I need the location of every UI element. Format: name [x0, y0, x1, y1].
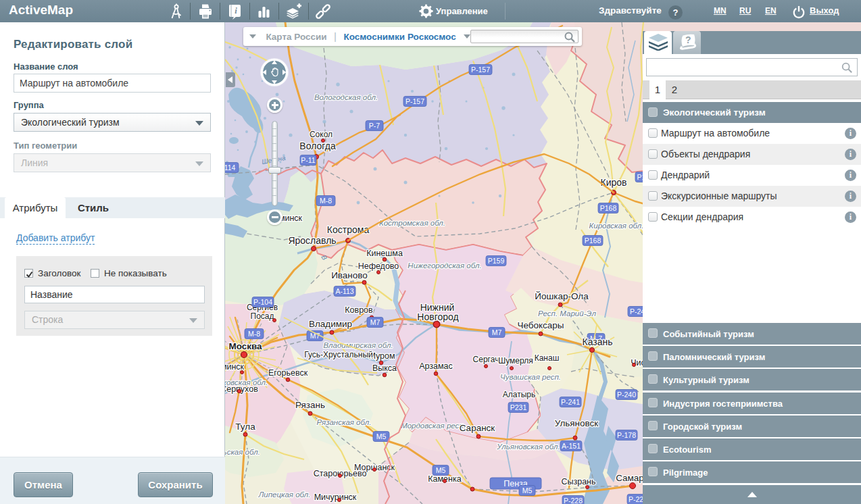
svg-text:М7: М7 — [370, 318, 380, 326]
svg-text:Канаш: Канаш — [535, 353, 560, 363]
svg-text:Р-11: Р-11 — [301, 156, 316, 164]
svg-text:Нефедово: Нефедово — [358, 261, 399, 271]
svg-text:Сергач: Сергач — [473, 355, 499, 364]
svg-text:Выкса: Выкса — [372, 363, 397, 373]
svg-text:Ульяновская обл.: Ульяновская обл. — [496, 443, 560, 451]
svg-text:Р168: Р168 — [600, 204, 617, 212]
svg-text:Владимирская обл.: Владимирская обл. — [323, 341, 393, 349]
svg-text:Костромская обл.: Костромская обл. — [379, 219, 445, 227]
svg-text:льская обл.: льская обл. — [225, 448, 260, 456]
svg-text:М-8: М-8 — [248, 330, 260, 338]
svg-text:М5: М5 — [376, 432, 387, 440]
svg-text:Рязань: Рязань — [295, 400, 325, 410]
svg-text:Р-178: Р-178 — [617, 431, 636, 439]
svg-text:Мичуринск: Мичуринск — [314, 493, 357, 502]
svg-text:М-8: М-8 — [320, 197, 332, 205]
svg-text:Ковров: Ковров — [345, 305, 373, 315]
svg-text:Липецкая обл.: Липецкая обл. — [257, 490, 310, 499]
svg-text:Серпухов: Серпухов — [225, 384, 258, 394]
svg-text:i: i — [235, 5, 237, 16]
svg-text:Р159: Р159 — [488, 257, 505, 265]
svg-text:Посад: Посад — [251, 311, 274, 321]
svg-text:Р231: Р231 — [510, 403, 527, 411]
svg-text:Казань: Казань — [582, 336, 612, 347]
svg-text:Р-157: Р-157 — [405, 97, 424, 105]
svg-text:Владимир: Владимир — [309, 319, 352, 329]
svg-text:Самар: Самар — [616, 473, 644, 483]
svg-text:Р-228: Р-228 — [564, 497, 583, 504]
svg-text:Егорьевск: Егорьевск — [268, 368, 308, 378]
svg-text:Вологодская обл.: Вологодская обл. — [314, 93, 378, 101]
svg-text:Респ. Марий-Эл: Респ. Марий-Эл — [538, 309, 596, 318]
svg-text:Арзамас: Арзамас — [419, 361, 453, 371]
svg-text:Р-240: Р-240 — [617, 390, 636, 399]
svg-text:Москва: Москва — [228, 341, 262, 351]
svg-text:Ярославль: Ярославль — [288, 235, 336, 246]
svg-text:минск: минск — [279, 213, 303, 223]
svg-text:Р168: Р168 — [585, 236, 601, 245]
svg-text:Иваново: Иваново — [331, 270, 368, 280]
svg-text:минск: минск — [225, 362, 245, 372]
svg-text:М5: М5 — [436, 466, 446, 474]
svg-text:Р-104: Р-104 — [253, 298, 272, 306]
svg-text:М7: М7 — [492, 328, 502, 336]
svg-text:Йошкар-Ола: Йошкар-Ола — [535, 291, 589, 301]
svg-text:Чувашская респ.: Чувашская респ. — [500, 373, 561, 381]
svg-text:Ульяновск: Ульяновск — [555, 418, 599, 428]
svg-text:Новгород: Новгород — [417, 311, 458, 322]
svg-text:Рязанская обл.: Рязанская обл. — [317, 418, 372, 426]
svg-text:Сызрань: Сызрань — [561, 477, 595, 486]
svg-text:Р-157: Р-157 — [471, 66, 490, 74]
svg-text:Шумерля: Шумерля — [498, 356, 533, 366]
svg-text:Кострома: Кострома — [327, 224, 370, 235]
svg-text:Кинешма: Кинешма — [366, 249, 403, 258]
svg-text:Гусь-Хрустальный: Гусь-Хрустальный — [304, 350, 372, 359]
svg-text:?: ? — [685, 34, 691, 45]
svg-text:Нижегородская обл.: Нижегородская обл. — [408, 261, 481, 270]
svg-text:114: 114 — [225, 163, 236, 172]
svg-text:Алатырь: Алатырь — [503, 390, 535, 399]
svg-text:М5: М5 — [522, 486, 533, 495]
svg-text:Кировская обл.: Кировская обл. — [589, 222, 644, 230]
svg-text:Вологда: Вологда — [299, 141, 336, 151]
svg-text:Чебоксары: Чебоксары — [517, 320, 564, 330]
svg-text:Тула: Тула — [235, 422, 255, 432]
svg-text:Р-7: Р-7 — [369, 122, 380, 130]
svg-text:Мордовская респ.: Мордовская респ. — [401, 422, 466, 430]
svg-text:Р-241: Р-241 — [561, 398, 580, 406]
svg-text:Сокол: Сокол — [310, 130, 333, 139]
svg-text:А-151: А-151 — [562, 442, 581, 450]
svg-text:А-113: А-113 — [335, 287, 353, 295]
svg-text:Саранск: Саранск — [460, 423, 495, 433]
